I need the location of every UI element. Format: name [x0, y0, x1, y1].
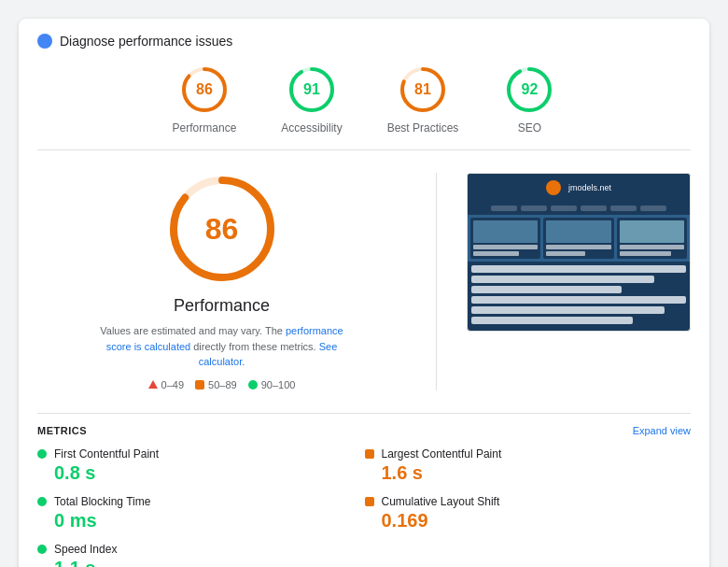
metric-dot-fcp — [37, 449, 47, 459]
metric-fcp: First Contentful Paint 0.8 s — [37, 447, 364, 484]
content-row — [471, 265, 686, 273]
banner-card — [470, 218, 540, 259]
site-name: jmodels.net — [568, 183, 611, 192]
banner-card — [543, 218, 613, 259]
score-label-seo: SEO — [518, 121, 541, 135]
metric-value-cls: 0.169 — [382, 510, 692, 532]
legend-red-range: 0–49 — [161, 379, 184, 390]
score-label-best-practices: Best Practices — [387, 121, 459, 135]
legend-green-icon — [248, 380, 258, 390]
metric-value-tbt: 0 ms — [54, 510, 364, 532]
metric-value-fcp: 0.8 s — [54, 462, 364, 484]
metric-name-fcp: First Contentful Paint — [54, 447, 159, 461]
header-icon — [37, 34, 52, 49]
score-item-performance: 86 Performance — [173, 64, 237, 135]
big-score-value: 86 — [205, 212, 239, 247]
score-circle-performance: 86 — [178, 64, 231, 116]
legend-orange-range: 50–89 — [208, 379, 237, 390]
metric-cls: Cumulative Layout Shift 0.169 — [365, 495, 692, 532]
site-logo — [546, 180, 561, 195]
metric-dot-cls — [365, 497, 374, 506]
metrics-col-right: Largest Contentful Paint 1.6 s Cumulativ… — [365, 447, 692, 568]
score-value-seo: 92 — [521, 81, 538, 98]
metric-lcp: Largest Contentful Paint 1.6 s — [365, 447, 692, 484]
legend-item-green: 90–100 — [248, 379, 296, 390]
metrics-title: METRICS — [37, 425, 87, 436]
expand-view-button[interactable]: Expand view — [633, 425, 691, 436]
score-circle-accessibility: 91 — [286, 64, 338, 116]
metric-dot-si — [37, 545, 47, 554]
legend: 0–49 50–89 90–100 — [148, 379, 296, 390]
description: Values are estimated and may vary. The p… — [91, 323, 353, 370]
site-screenshot: jmodels.net — [467, 173, 691, 332]
metrics-grid: First Contentful Paint 0.8 s Total Block… — [37, 447, 691, 568]
content-rows — [468, 262, 690, 331]
content-row — [471, 286, 622, 293]
score-circle-best-practices: 81 — [397, 64, 449, 116]
nav-item — [640, 206, 666, 211]
metric-si: Speed Index 1.1 s — [37, 543, 364, 568]
score-item-seo: 92 SEO — [503, 64, 555, 135]
score-item-accessibility: 91 Accessibility — [281, 64, 342, 135]
metric-dot-tbt — [37, 497, 47, 506]
vertical-divider — [436, 173, 437, 390]
metrics-section: METRICS Expand view First Contentful Pai… — [37, 413, 691, 568]
score-label-accessibility: Accessibility — [281, 121, 342, 135]
metric-name-si: Speed Index — [54, 543, 117, 556]
nav-item — [551, 206, 577, 211]
header-title: Diagnose performance issues — [60, 34, 232, 49]
content-row — [471, 276, 654, 283]
right-panel: jmodels.net — [467, 173, 691, 390]
score-value-accessibility: 91 — [303, 81, 320, 98]
desc-text1: Values are estimated and may vary. The — [100, 325, 286, 336]
metric-name-cls: Cumulative Layout Shift — [382, 495, 500, 508]
scores-row: 86 Performance 91 Accessibility 81 Best … — [37, 64, 691, 150]
legend-item-orange: 50–89 — [195, 379, 237, 390]
metric-name-tbt: Total Blocking Time — [54, 495, 150, 508]
score-value-performance: 86 — [196, 81, 213, 98]
metrics-col-left: First Contentful Paint 0.8 s Total Block… — [37, 447, 364, 568]
nav-item — [610, 206, 637, 211]
metric-value-lcp: 1.6 s — [382, 462, 692, 484]
metric-name-lcp: Largest Contentful Paint — [382, 447, 502, 461]
metric-tbt: Total Blocking Time 0 ms — [37, 495, 364, 532]
nav-item — [491, 206, 517, 211]
content-row — [471, 306, 665, 314]
score-item-best-practices: 81 Best Practices — [387, 64, 459, 135]
legend-green-range: 90–100 — [261, 379, 296, 390]
main-card: Diagnose performance issues 86 Performan… — [19, 19, 709, 567]
big-score-circle: 86 — [166, 173, 278, 285]
content-row — [471, 317, 633, 324]
legend-item-red: 0–49 — [148, 379, 184, 390]
legend-red-icon — [148, 380, 158, 389]
content-row — [471, 296, 686, 304]
left-panel: 86 Performance Values are estimated and … — [37, 173, 406, 390]
nav-item — [521, 206, 547, 211]
nav-item — [581, 206, 607, 211]
banner-card — [617, 218, 687, 259]
big-score-label: Performance — [174, 296, 270, 316]
metric-value-si: 1.1 s — [54, 558, 364, 568]
main-content: 86 Performance Values are estimated and … — [37, 173, 691, 390]
metric-dot-lcp — [365, 449, 374, 459]
score-circle-seo: 92 — [503, 64, 555, 116]
desc-text2: directly from these metrics. — [190, 341, 319, 352]
score-value-best-practices: 81 — [414, 81, 431, 98]
metrics-header: METRICS Expand view — [37, 425, 691, 436]
legend-orange-icon — [195, 380, 204, 390]
score-label-performance: Performance — [173, 121, 237, 135]
card-header: Diagnose performance issues — [37, 34, 691, 49]
